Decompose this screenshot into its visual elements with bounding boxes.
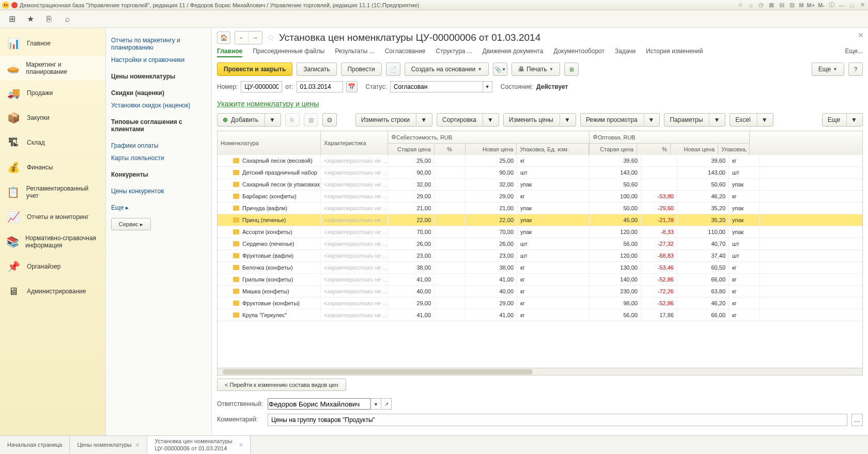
clock-icon[interactable]: ◷ (757, 2, 765, 9)
minimize-icon[interactable]: — (838, 2, 845, 9)
table-more-button[interactable]: Еще▼ (822, 113, 863, 127)
paste-icon-button[interactable]: ▥ (304, 113, 318, 127)
th-wholesale-group[interactable]: ⚙ Оптовая, RUB (590, 131, 749, 144)
attach-icon-button[interactable]: 📎▼ (493, 62, 507, 76)
tab-6[interactable]: Документооборот (553, 48, 605, 57)
sidebar-item-9[interactable]: 📌Органайзер (0, 254, 105, 279)
submenu-item-5[interactable]: Типовые соглашения с клиентами (111, 116, 206, 135)
number-input[interactable] (241, 81, 282, 92)
table-row[interactable]: Сердечко (печенье)<характеристики не ...… (218, 238, 862, 250)
section-link[interactable]: Укажите номенклатуру и цены (217, 100, 863, 108)
info-icon[interactable]: ⓘ (828, 2, 835, 9)
post-button[interactable]: Провести (341, 62, 382, 76)
comment-expand-icon[interactable]: … (851, 414, 863, 426)
status-dropdown-icon[interactable]: ▼ (483, 81, 492, 92)
horizontal-scrollbar[interactable] (218, 368, 862, 375)
sidebar-item-5[interactable]: 💰Финансы (0, 155, 105, 180)
change-rows-button[interactable]: Изменить строки▼ (355, 113, 432, 127)
submenu-item-0[interactable]: Отчеты по маркетингу и планированию (111, 34, 206, 54)
service-button[interactable]: Сервис ▸ (111, 218, 151, 230)
table-row[interactable]: Барбарис (конфеты)<характеристики не ...… (218, 191, 862, 202)
close-tab-icon[interactable]: ✕ (135, 442, 140, 448)
home-icon[interactable]: ⌂ (747, 2, 754, 9)
submenu-item-10[interactable]: Еще ▸ (111, 201, 206, 214)
comment-input[interactable] (268, 414, 847, 426)
excel-button[interactable]: Excel▼ (730, 113, 773, 127)
tree-icon[interactable]: ⎘ (44, 14, 54, 24)
barcode-icon-button[interactable]: ⏣ (322, 113, 337, 127)
responsible-dropdown-icon[interactable]: ▾ (371, 398, 381, 410)
close-tab-icon[interactable]: ✕ (239, 442, 243, 448)
table-row[interactable]: Детский праздничный набор<характеристики… (218, 167, 862, 179)
calendar-picker-icon[interactable]: 📅 (346, 81, 358, 92)
nav-back-button[interactable]: ← (235, 32, 249, 44)
calc-icon[interactable]: ▦ (768, 2, 775, 9)
copy-icon-button[interactable]: ⎘ (285, 113, 300, 127)
sidebar-item-4[interactable]: 🏗Склад (0, 130, 105, 155)
submenu-item-1[interactable]: Настройки и справочники (111, 54, 206, 66)
bottom-tab-0[interactable]: Начальная страница (0, 436, 70, 454)
sidebar-item-6[interactable]: 📋Регламентированный учет (0, 180, 105, 205)
help-button[interactable]: ? (848, 62, 863, 76)
th-nomenclature[interactable]: Номенклатура (218, 131, 320, 155)
tab-1[interactable]: Присоединенные файлы (253, 48, 324, 57)
calendar-icon[interactable]: ▤ (778, 2, 785, 9)
sidebar-item-0[interactable]: 📊Главное (0, 31, 105, 56)
th-old-price[interactable]: Старая цена (388, 144, 435, 155)
search-icon[interactable]: ⌕ (63, 14, 72, 24)
favorite-star-icon[interactable]: ☆ (267, 32, 275, 43)
sidebar-item-7[interactable]: 📈Отчеты и мониторинг (0, 205, 105, 229)
change-prices-button[interactable]: Изменить цены▼ (503, 113, 576, 127)
more-button[interactable]: Еще▼ (812, 62, 844, 76)
th-characteristic[interactable]: Характеристика (321, 131, 388, 155)
grid-icon[interactable]: ▥ (788, 2, 796, 9)
th-cost-group[interactable]: ⚙ Себестоимость, RUB (388, 131, 589, 144)
th-new-price[interactable]: Новая цена (466, 144, 517, 155)
sidebar-item-10[interactable]: 🖥Администрирование (0, 279, 105, 304)
submenu-item-8[interactable]: Конкуренты (111, 168, 206, 181)
print-button[interactable]: 🖶 Печать▼ (512, 62, 560, 76)
sort-button[interactable]: Сортировка▼ (437, 113, 499, 127)
th-unit2[interactable]: Упаковка, (718, 144, 749, 155)
th-pct2[interactable]: % (637, 144, 671, 155)
tab-0[interactable]: Главное (217, 48, 242, 57)
table-row[interactable]: Белочка (конфеты)<характеристики не ...3… (218, 262, 862, 274)
submenu-item-4[interactable]: Установки скидок (наценок) (111, 99, 206, 112)
submenu-item-9[interactable]: Цены конкурентов (111, 185, 206, 197)
table-row[interactable]: Принц (печенье)<характеристики не ...22,… (218, 214, 862, 226)
tab-8[interactable]: История изменений (646, 48, 703, 57)
table-row[interactable]: Ассорти (конфеты)<характеристики не ...7… (218, 226, 862, 238)
home-button[interactable]: 🏠 (217, 32, 230, 44)
status-select[interactable] (390, 81, 483, 92)
m-minus-button[interactable]: М- (818, 2, 825, 8)
tab-5[interactable]: Движения документа (483, 48, 544, 57)
document-icon-button[interactable]: 📄 (386, 62, 400, 76)
fav-icon[interactable]: ☆ (737, 2, 744, 9)
nav-forward-button[interactable]: → (249, 32, 262, 44)
submenu-item-2[interactable]: Цены номенклатуры (111, 70, 206, 83)
tab-7[interactable]: Задачи (615, 48, 636, 57)
bottom-tab-2[interactable]: Установка цен номенклатуры ЦУ-00000006 о… (147, 436, 251, 454)
table-row[interactable]: Мишка (конфеты)<характеристики не ...40,… (218, 286, 862, 298)
table-row[interactable]: Причуда (вафли)<характеристики не ...21,… (218, 202, 862, 214)
star-icon[interactable]: ★ (26, 14, 35, 24)
table-row[interactable]: Сахарный песок (весовой)<характеристики … (218, 155, 862, 167)
params-button[interactable]: Параметры▼ (664, 113, 725, 127)
m-button[interactable]: М (799, 2, 803, 8)
bottom-tab-1[interactable]: Цены номенклатуры✕ (70, 436, 147, 454)
th-old-price2[interactable]: Старая цена (590, 144, 637, 155)
create-based-button[interactable]: Создать на основании▼ (405, 62, 489, 76)
submenu-item-6[interactable]: Графики оплаты (111, 139, 206, 152)
tab-3[interactable]: Согласование (385, 48, 426, 57)
close-form-icon[interactable]: ✕ (858, 31, 864, 39)
table-row[interactable]: Сахарный песок (в упаковках)<характерист… (218, 179, 862, 191)
tab-4[interactable]: Структура ... (436, 48, 472, 57)
table-row[interactable]: Фруктовые (вафли)<характеристики не ...2… (218, 250, 862, 262)
apps-icon[interactable]: ⊞ (7, 14, 17, 24)
date-input[interactable] (297, 81, 343, 92)
maximize-icon[interactable]: □ (848, 2, 856, 9)
tab-2[interactable]: Результаты ... (335, 48, 375, 57)
responsible-open-icon[interactable]: ↗ (381, 398, 392, 410)
responsible-input[interactable] (268, 398, 371, 410)
close-window-icon[interactable]: ✕ (859, 2, 866, 9)
